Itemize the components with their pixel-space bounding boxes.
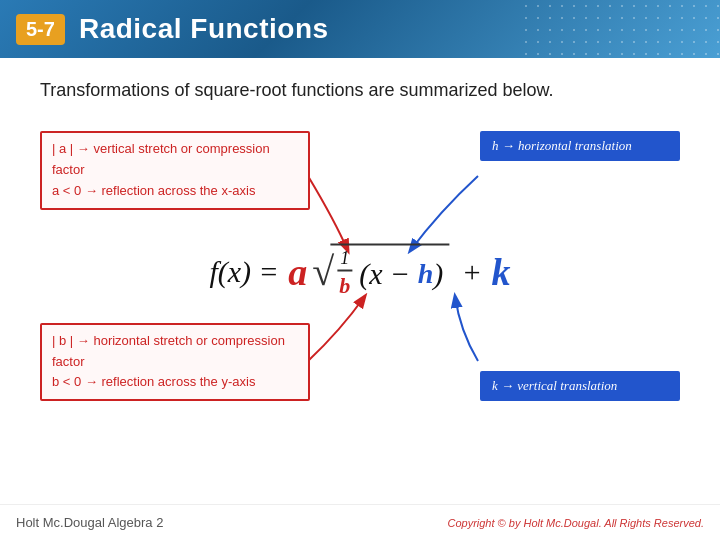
annotation-bottom-left-line2: b < 0 → reflection across the y-axis [52, 372, 298, 393]
formula-var-k: k [492, 249, 511, 293]
page-title: Radical Functions [79, 13, 329, 45]
formula-plus: + [454, 254, 489, 288]
annotation-top-left-line2: a < 0 → reflection across the x-axis [52, 181, 298, 202]
formula-display: f(x) = a √ 1 b (x − [209, 244, 510, 299]
formula-var-a: a [288, 249, 307, 293]
annotation-bottom-right: k → vertical translation [480, 371, 680, 401]
formula-var-h: h [418, 257, 434, 289]
annotation-bottom-left-line1: | b | → horizontal stretch or compressio… [52, 331, 298, 373]
formula-fraction: 1 b [336, 248, 353, 299]
formula-diagram: | a | → vertical stretch or compression … [40, 121, 680, 421]
fraction-denominator: b [336, 272, 353, 299]
formula-fx: f(x) = [209, 254, 286, 288]
footer-right-text: Copyright © by Holt Mc.Dougal. All Right… [447, 517, 704, 529]
formula-paren-close: ) [433, 256, 443, 290]
annotation-top-left: | a | → vertical stretch or compression … [40, 131, 310, 209]
subtitle-text: Transformations of square-root functions… [40, 78, 680, 103]
math-formula: f(x) = a √ 1 b (x − [209, 244, 510, 299]
header-dot-pattern [520, 0, 720, 58]
page-footer: Holt Mc.Dougal Algebra 2 Copyright © by … [0, 504, 720, 540]
formula-var-b: b [339, 273, 350, 298]
annotation-top-right: h → horizontal translation [480, 131, 680, 161]
sqrt-content: 1 b (x − h ) [330, 244, 449, 299]
formula-sqrt: √ 1 b (x − h ) [312, 244, 449, 299]
fraction-numerator: 1 [337, 248, 352, 272]
annotation-bottom-left: | b | → horizontal stretch or compressio… [40, 323, 310, 401]
footer-left-text: Holt Mc.Dougal Algebra 2 [16, 515, 163, 530]
formula-paren: (x − [359, 256, 418, 290]
main-content: Transformations of square-root functions… [0, 58, 720, 431]
page-header: 5-7 Radical Functions [0, 0, 720, 58]
annotation-top-left-line1: | a | → vertical stretch or compression … [52, 139, 298, 181]
section-badge: 5-7 [16, 14, 65, 45]
